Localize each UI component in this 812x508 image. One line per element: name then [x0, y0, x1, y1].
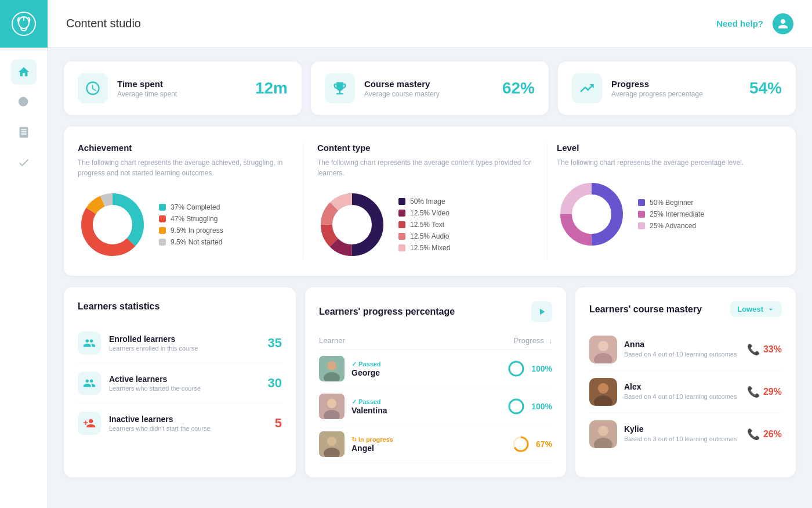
svg-point-40 — [598, 426, 608, 436]
course-mastery-value: 62% — [502, 79, 535, 98]
valentina-status: ✓ Passed — [351, 398, 387, 406]
content-type-legend: 50% Image 12.5% Video 12.5% Text 12 — [398, 197, 450, 252]
svg-point-0 — [12, 12, 35, 35]
angel-name: Angel — [351, 444, 393, 453]
table-row: ✓ Passed George — [319, 350, 552, 388]
alex-mastery-icon: 📞 — [747, 385, 760, 398]
legend-label-text: 12.5% Text — [410, 221, 444, 229]
george-avatar-svg — [319, 356, 345, 381]
enrolled-info: Enrolled learners Learners enrolled in t… — [109, 334, 260, 352]
achievement-donut — [78, 190, 147, 260]
legend-item-advanced: 25% Advanced — [638, 222, 704, 230]
sidebar-item-home[interactable] — [11, 59, 37, 85]
svg-point-22 — [509, 362, 523, 376]
achievement-title: Achievement — [78, 143, 293, 153]
legend-item-mixed: 12.5% Mixed — [398, 244, 450, 252]
valentina-photo — [319, 394, 345, 419]
anna-name: Anna — [624, 340, 740, 349]
svg-point-27 — [509, 399, 523, 413]
inactive-learners-row: Inactive learners Learners who didn't st… — [78, 403, 282, 443]
learner-cell-valentina: ✓ Passed Valentina — [319, 388, 464, 426]
level-donut-svg — [557, 179, 626, 249]
level-chart-body: 50% Beginner 25% Intermediate 25% Advanc… — [557, 179, 773, 249]
svg-point-19 — [327, 361, 336, 370]
trophy-icon-wrap — [325, 73, 355, 103]
legend-dot-beginner — [638, 199, 645, 206]
learner-stats-title: Learners statistics — [78, 301, 282, 312]
mastery-row-anna: Anna Based on 4 out of 10 learning outco… — [589, 329, 782, 371]
topbar-right: Need help? — [716, 13, 793, 34]
mastery-row-kylie: Kylie Based on 3 out of 10 learning outc… — [589, 413, 782, 455]
legend-dot-struggling — [159, 215, 166, 222]
angel-progress-cell: 67% — [464, 426, 552, 463]
sidebar-item-chart[interactable] — [11, 89, 37, 115]
time-spent-value: 12m — [255, 79, 288, 98]
mastery-row-alex: Alex Based on 4 out of 10 learning outco… — [589, 371, 782, 413]
legend-label-beginner: 50% Beginner — [650, 199, 693, 207]
legend-label-notstarted: 9.5% Not started — [171, 238, 222, 246]
legend-item-audio: 12.5% Audio — [398, 232, 450, 240]
topbar: Content studio Need help? — [48, 0, 812, 48]
legend-dot-image — [398, 198, 405, 205]
alex-photo — [589, 378, 617, 406]
progress-table-title: Learners' progress percentage — [319, 307, 455, 317]
kylie-sub: Based on 3 out of 10 learning outcomes — [624, 435, 740, 444]
learner-stats-card: Learners statistics Enrolled learners Le… — [64, 287, 296, 477]
table-row: ✓ Passed Valentina — [319, 388, 552, 426]
user-avatar[interactable] — [773, 13, 793, 34]
stat-cards-row: Time spent Average time spent 12m Course… — [64, 62, 796, 115]
progress-table-header: Learners' progress percentage — [319, 301, 552, 322]
george-progress-cell: 100% — [464, 350, 552, 388]
kylie-pct: 26% — [763, 429, 782, 439]
col-progress: Progress ↓ — [464, 332, 552, 350]
anna-photo — [589, 336, 617, 363]
legend-item-image: 50% Image — [398, 197, 450, 206]
course-mastery-sublabel: Average course mastery — [364, 90, 493, 98]
legend-label-completed: 37% Completed — [171, 203, 220, 211]
alex-pct: 29% — [763, 387, 782, 397]
col-learner: Learner — [319, 332, 464, 350]
table-row: ↻ In progress Angel — [319, 426, 552, 463]
george-name: George — [351, 368, 381, 377]
sidebar-logo — [0, 0, 48, 48]
trophy-icon — [332, 80, 348, 96]
content-type-desc: The following chart represents the avera… — [317, 157, 533, 178]
enrolled-value: 35 — [268, 336, 282, 351]
need-help-link[interactable]: Need help? — [716, 19, 763, 28]
course-mastery-label: Course mastery — [364, 79, 493, 89]
legend-label-image: 50% Image — [410, 197, 445, 206]
content-type-chart-body: 50% Image 12.5% Video 12.5% Text 12 — [317, 190, 533, 260]
valentina-pct: 100% — [531, 402, 552, 411]
clock-icon-wrap — [78, 73, 108, 103]
achievement-donut-svg — [78, 190, 147, 260]
valentina-name-wrap: ✓ Passed Valentina — [351, 398, 387, 415]
progress-arrow-btn[interactable] — [531, 301, 552, 322]
valentina-progress-circle — [507, 397, 525, 416]
angel-status: ↻ In progress — [351, 436, 393, 444]
svg-point-29 — [327, 437, 336, 446]
mastery-filter-dropdown[interactable]: Lowest — [730, 301, 782, 317]
kylie-value-wrap: 📞 26% — [747, 428, 782, 441]
alex-value-wrap: 📞 29% — [747, 385, 782, 398]
sort-icon[interactable]: ↓ — [549, 336, 553, 345]
progress-value: 54% — [749, 79, 782, 98]
achievement-chart-section: Achievement The following chart represen… — [78, 143, 303, 260]
sidebar-item-book[interactable] — [11, 120, 37, 145]
course-mastery-card: Course mastery Average course mastery 62… — [311, 62, 549, 115]
legend-label-video: 12.5% Video — [410, 209, 449, 217]
page-title: Content studio — [66, 17, 141, 30]
sidebar-item-check[interactable] — [11, 150, 37, 175]
achievement-chart-body: 37% Completed 47% Struggling 9.5% In pro… — [78, 190, 293, 260]
kylie-mastery-icon: 📞 — [747, 428, 760, 441]
charts-card: Achievement The following chart represen… — [64, 127, 796, 276]
learner-cell-angel: ↻ In progress Angel — [319, 426, 464, 463]
legend-dot-completed — [159, 204, 166, 211]
active-icon-wrap — [78, 372, 101, 395]
angel-photo — [319, 431, 345, 457]
legend-label-advanced: 25% Advanced — [650, 222, 696, 230]
kylie-name: Kylie — [624, 424, 740, 434]
george-name-wrap: ✓ Passed George — [351, 361, 381, 377]
kylie-info: Kylie Based on 3 out of 10 learning outc… — [624, 424, 740, 444]
legend-dot-intermediate — [638, 211, 645, 218]
george-progress-circle — [507, 359, 525, 378]
